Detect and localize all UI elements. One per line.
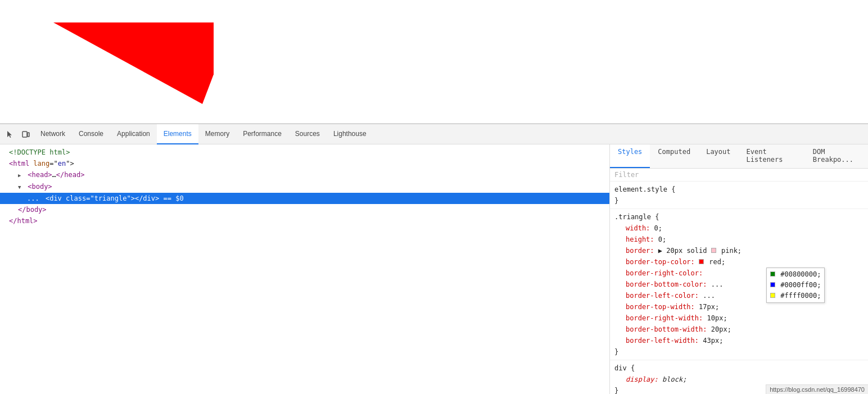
tab-memory[interactable]: Memory xyxy=(198,124,236,144)
triangle-shape xyxy=(22,17,214,112)
tab-sources[interactable]: Sources xyxy=(288,124,327,144)
dom-doctype: <!DOCTYPE html> xyxy=(0,147,609,158)
main-panel: <!DOCTYPE html> <html lang="en"> <head>…… xyxy=(0,144,868,394)
preview-area xyxy=(0,0,868,124)
style-tab-event-listeners[interactable]: Event Listeners xyxy=(739,144,805,168)
dom-body-close[interactable]: </body> xyxy=(0,204,609,215)
cursor-icon[interactable] xyxy=(2,126,18,142)
devtools-panel: Network Console Application Elements Mem… xyxy=(0,124,868,394)
tab-console[interactable]: Console xyxy=(72,124,110,144)
tab-elements[interactable]: Elements xyxy=(157,124,198,144)
dom-html[interactable]: <html lang="en"> xyxy=(0,158,609,169)
style-tab-dom-breakpoints[interactable]: DOM Breakpo... xyxy=(805,144,868,168)
style-tab-styles[interactable]: Styles xyxy=(610,144,650,168)
url-bar: https://blog.csdn.net/qq_16998470 xyxy=(766,384,868,394)
svg-marker-0 xyxy=(53,22,214,104)
styles-tabs: Styles Computed Layout Event Listeners D… xyxy=(610,144,868,169)
svg-rect-1 xyxy=(22,132,27,137)
dom-panel[interactable]: <!DOCTYPE html> <html lang="en"> <head>…… xyxy=(0,144,610,394)
tab-application[interactable]: Application xyxy=(110,124,157,144)
svg-rect-2 xyxy=(28,133,29,137)
border-color-swatch[interactable] xyxy=(711,248,716,253)
border-top-color-swatch[interactable] xyxy=(699,259,704,264)
tab-performance[interactable]: Performance xyxy=(236,124,288,144)
dom-body-open[interactable]: <body> xyxy=(0,181,609,193)
tab-lighthouse[interactable]: Lighthouse xyxy=(327,124,373,144)
css-rule-triangle: .triangle { width: 0; height: 0; border:… xyxy=(610,209,868,360)
border-colors-popup: #00800000; #0000ff00; #ffff0000; xyxy=(766,268,825,303)
dom-div-triangle[interactable]: ... <div class="triangle"></div> == $0 xyxy=(0,193,609,204)
device-icon[interactable] xyxy=(18,126,34,142)
tab-network[interactable]: Network xyxy=(34,124,72,144)
style-tab-computed[interactable]: Computed xyxy=(650,144,698,168)
devtools-tab-bar: Network Console Application Elements Mem… xyxy=(0,124,868,144)
styles-filter: Filter xyxy=(610,169,868,182)
styles-panel: Styles Computed Layout Event Listeners D… xyxy=(610,144,868,394)
style-tab-layout[interactable]: Layout xyxy=(698,144,738,168)
css-rule-element-style: element.style { } xyxy=(610,182,868,209)
dom-head[interactable]: <head>…</head> xyxy=(0,169,609,181)
dom-html-close[interactable]: </html> xyxy=(0,215,609,227)
